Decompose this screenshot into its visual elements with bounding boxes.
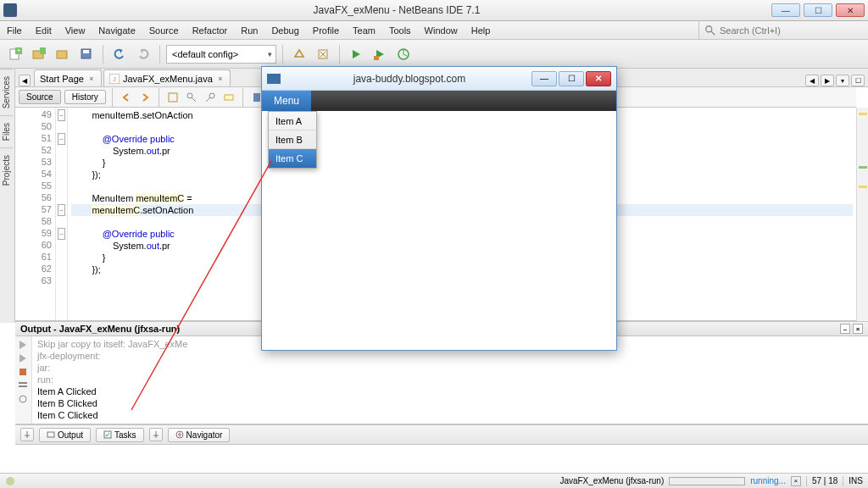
history-view-button[interactable]: History: [64, 90, 106, 104]
maximize-button[interactable]: ☐: [804, 3, 832, 17]
warning-mark[interactable]: [859, 113, 867, 115]
menu-file[interactable]: File: [0, 21, 29, 39]
settings-icon[interactable]: [17, 393, 29, 405]
menu-debug[interactable]: Debug: [264, 21, 305, 39]
close-icon[interactable]: ×: [87, 75, 96, 83]
menu-view[interactable]: View: [58, 21, 92, 39]
javafx-menu-item[interactable]: Item A: [269, 112, 316, 130]
ok-mark[interactable]: [859, 166, 867, 169]
menu-refactor[interactable]: Refactor: [186, 21, 235, 39]
wrap-icon[interactable]: [17, 380, 29, 391]
new-project-button[interactable]: [29, 44, 49, 64]
tab-javafx-file[interactable]: J JavaFX_exMenu.java ×: [103, 69, 231, 86]
tab-start-page[interactable]: Start Page ×: [34, 69, 102, 86]
output-tab-button[interactable]: Output: [39, 428, 91, 442]
minimize-button[interactable]: —: [771, 3, 800, 17]
stop-task-button[interactable]: ×: [791, 476, 801, 486]
pin-button[interactable]: [20, 428, 34, 441]
config-combo[interactable]: <default config>: [166, 45, 276, 64]
menu-window[interactable]: Window: [418, 21, 465, 39]
main-toolbar: + <default config>: [0, 40, 868, 69]
warning-mark[interactable]: [859, 186, 867, 188]
tab-label: Start Page: [40, 74, 84, 84]
find-prev-icon[interactable]: [184, 90, 199, 105]
source-view-button[interactable]: Source: [19, 90, 61, 104]
config-label: <default config>: [172, 49, 238, 59]
tab-max-button[interactable]: ☐: [851, 75, 865, 86]
javafx-menu-item[interactable]: Item C: [269, 149, 316, 168]
debug-button[interactable]: [370, 44, 390, 64]
side-tab-projects[interactable]: Projects: [0, 147, 13, 192]
search-input[interactable]: [720, 25, 863, 36]
menu-source[interactable]: Source: [142, 21, 186, 39]
javafx-titlebar[interactable]: java-buddy.blogspot.com — ☐ ✕: [262, 67, 616, 91]
menu-run[interactable]: Run: [234, 21, 264, 39]
javafx-maximize-button[interactable]: ☐: [559, 71, 584, 86]
nav-back-icon[interactable]: [119, 90, 134, 105]
menu-profile[interactable]: Profile: [306, 21, 346, 39]
profile-button[interactable]: [393, 44, 414, 64]
find-next-icon[interactable]: [203, 90, 218, 105]
output-min-button[interactable]: –: [840, 324, 850, 334]
run-button[interactable]: [346, 44, 366, 64]
close-button[interactable]: ✕: [836, 3, 865, 17]
pin-button-2[interactable]: [149, 428, 163, 441]
javafx-menu-item[interactable]: Item B: [269, 130, 316, 149]
close-icon[interactable]: ×: [216, 75, 225, 83]
tab-next-button[interactable]: ▶: [821, 75, 834, 86]
side-tab-files[interactable]: Files: [0, 115, 13, 147]
tasks-icon: [103, 430, 112, 439]
output-close-button[interactable]: ×: [853, 324, 863, 334]
svg-rect-15: [169, 93, 177, 102]
menu-navigate[interactable]: Navigate: [92, 21, 142, 39]
javafx-close-button[interactable]: ✕: [586, 71, 611, 86]
tab-scroll-left[interactable]: ◀: [19, 75, 31, 86]
side-tab-services[interactable]: Services: [0, 69, 13, 115]
rerun-alt-icon[interactable]: [17, 352, 29, 364]
new-file-button[interactable]: +: [5, 44, 25, 64]
status-bar: JavaFX_exMenu (jfxsa-run) running... × 5…: [0, 473, 868, 488]
status-icon: [5, 476, 15, 486]
highlight-icon[interactable]: [221, 90, 236, 105]
menu-tools[interactable]: Tools: [382, 21, 418, 39]
javafx-title: java-buddy.blogspot.com: [287, 73, 531, 85]
menu-team[interactable]: Team: [346, 21, 382, 39]
insert-mode: INS: [849, 476, 863, 485]
menu-edit[interactable]: Edit: [29, 21, 58, 39]
javafx-minimize-button[interactable]: —: [531, 71, 557, 86]
error-stripe[interactable]: [856, 108, 868, 321]
svg-line-19: [206, 97, 210, 102]
tab-label: JavaFX_exMenu.java: [123, 74, 213, 84]
navigator-icon: [175, 430, 184, 439]
stop-icon[interactable]: [17, 366, 29, 378]
rerun-icon[interactable]: [17, 339, 29, 351]
output-tab-label: Output: [58, 430, 83, 440]
open-project-button[interactable]: [53, 44, 73, 64]
nav-fwd-icon[interactable]: [137, 90, 153, 105]
find-selection-icon[interactable]: [165, 90, 181, 105]
svg-text:+: +: [17, 47, 21, 54]
svg-rect-27: [47, 432, 54, 437]
navigator-tab-button[interactable]: Navigator: [168, 428, 231, 442]
window-controls: — ☐ ✕: [771, 3, 865, 17]
redo-button[interactable]: [133, 44, 153, 64]
line-number-gutter: 495051525354555657585960616263: [15, 108, 56, 320]
javafx-app-window[interactable]: java-buddy.blogspot.com — ☐ ✕ Menu Item …: [261, 66, 617, 351]
undo-button[interactable]: [109, 44, 130, 64]
javafx-app-icon: [267, 74, 281, 84]
fold-column[interactable]: −−−−: [56, 108, 68, 320]
tab-prev-button[interactable]: ◀: [805, 75, 819, 86]
svg-rect-9: [83, 50, 89, 53]
bottom-toolbar: Output Tasks Navigator: [15, 424, 868, 445]
svg-text:J: J: [113, 76, 116, 82]
save-all-button[interactable]: [76, 44, 97, 64]
clean-build-button[interactable]: [313, 44, 333, 64]
output-title: Output - JavaFX_exMenu (jfxsa-run): [20, 324, 180, 334]
tab-list-button[interactable]: ▾: [836, 75, 849, 86]
build-button[interactable]: [289, 44, 309, 64]
javafx-menu[interactable]: Menu: [262, 91, 311, 111]
tasks-tab-button[interactable]: Tasks: [96, 428, 144, 442]
status-task: JavaFX_exMenu (jfxsa-run): [559, 476, 664, 485]
cursor-position: 57 | 18: [812, 476, 837, 485]
menu-help[interactable]: Help: [465, 21, 498, 39]
